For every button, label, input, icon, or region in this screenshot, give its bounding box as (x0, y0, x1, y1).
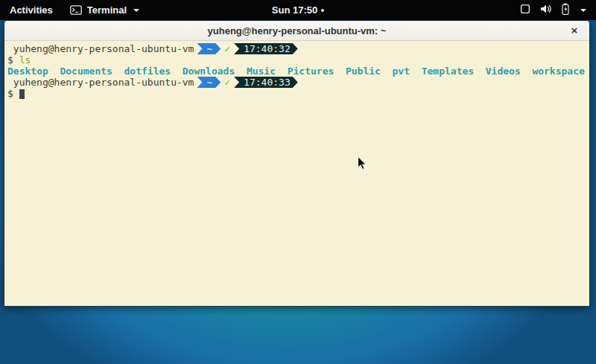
prompt-path-segment: ~ (197, 77, 221, 88)
ls-output-line: DesktopDocumentsdotfilesDownloadsMusicPi… (7, 66, 589, 77)
prompt-user: yuheng@henry-personal-ubuntu-vm (13, 77, 194, 88)
chevron-down-icon (580, 9, 586, 12)
directory-entry: dotfiles (124, 66, 171, 77)
shell-symbol: $ (7, 54, 13, 66)
typed-command: ls (19, 54, 31, 66)
volume-icon (540, 4, 552, 16)
display-icon (520, 4, 530, 16)
top-bar: Activities Terminal Sun 17:50 (0, 0, 596, 20)
activities-label: Activities (10, 4, 53, 16)
directory-entry: pvt (393, 66, 410, 77)
terminal-window: yuheng@henry-personal-ubuntu-vm: ~ × yuh… (4, 20, 590, 307)
app-menu-label: Terminal (87, 4, 127, 16)
directory-entry: Desktop (7, 66, 48, 77)
directory-entry: workspace (532, 66, 584, 77)
clock-button[interactable]: Sun 17:50 (272, 4, 324, 16)
prompt-time-segment: 17:40:32 (234, 43, 298, 54)
terminal-app-icon (70, 5, 82, 15)
window-titlebar[interactable]: yuheng@henry-personal-ubuntu-vm: ~ × (4, 21, 589, 41)
input-line: $ (7, 88, 589, 99)
battery-charging-icon (562, 3, 569, 17)
directory-entry: Downloads (183, 66, 235, 77)
text-cursor (19, 89, 25, 99)
prompt-time-segment: 17:40:33 (234, 77, 298, 88)
prompt-line: yuheng@henry-personal-ubuntu-vm~✓17:40:3… (7, 43, 589, 54)
directory-entry: Documents (60, 66, 112, 77)
directory-entry: Music (247, 66, 276, 77)
directory-entry: Templates (422, 66, 474, 77)
window-title: yuheng@henry-personal-ubuntu-vm: ~ (208, 25, 387, 36)
prompt-path-segment: ~ (197, 43, 221, 54)
app-menu[interactable]: Terminal (63, 0, 147, 20)
command-line: $ls (7, 54, 589, 66)
prompt-user: yuheng@henry-personal-ubuntu-vm (13, 43, 194, 54)
notification-dot-icon (321, 9, 324, 12)
shell-symbol: $ (7, 88, 13, 99)
prompt-line: yuheng@henry-personal-ubuntu-vm~✓17:40:3… (7, 77, 589, 88)
directory-entry: Public (346, 66, 381, 77)
terminal-screen[interactable]: yuheng@henry-personal-ubuntu-vm~✓17:40:3… (4, 41, 589, 306)
chevron-down-icon (133, 9, 139, 12)
close-button[interactable]: × (568, 24, 581, 37)
activities-button[interactable]: Activities (0, 0, 63, 20)
clock-label: Sun 17:50 (272, 4, 317, 16)
check-icon: ✓ (224, 77, 230, 88)
directory-entry: Videos (486, 66, 521, 77)
system-status-area[interactable] (510, 0, 596, 20)
check-icon: ✓ (224, 43, 230, 54)
directory-entry: Pictures (288, 66, 335, 77)
